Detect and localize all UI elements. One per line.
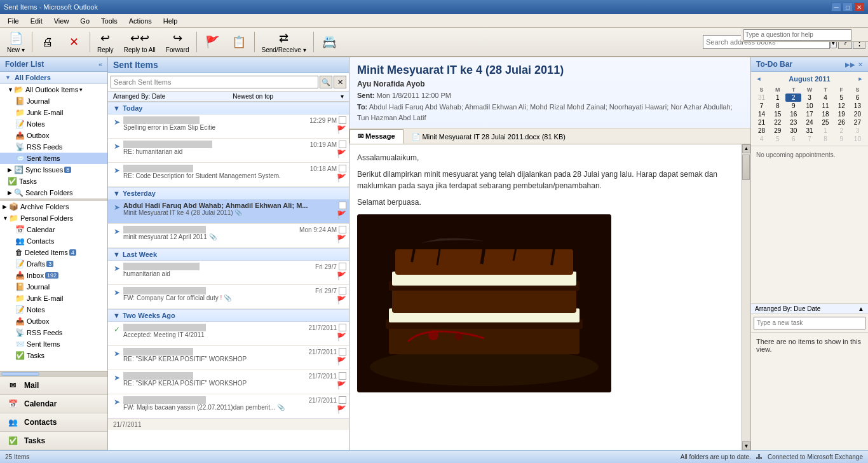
- hscroll-thumb[interactable]: [1, 372, 39, 376]
- folder-sent-2[interactable]: 📨 Sent Items: [0, 338, 107, 350]
- reading-scrollbar[interactable]: ▲ ▼: [742, 144, 750, 450]
- group-today-expand[interactable]: ▼: [113, 104, 120, 112]
- cal-date[interactable]: 28: [754, 127, 770, 135]
- help-input[interactable]: [743, 29, 851, 41]
- cal-date[interactable]: 9: [834, 135, 850, 143]
- msg-flag-6[interactable]: 🚩: [337, 296, 346, 305]
- todo-expand-button[interactable]: ▶▶: [845, 61, 855, 68]
- folder-search-folders[interactable]: ▶ 🔍 Search Folders: [0, 187, 107, 198]
- cal-date[interactable]: 5: [834, 93, 850, 102]
- search-input[interactable]: [111, 76, 318, 88]
- nav-mail-button[interactable]: ✉ Mail: [0, 377, 107, 395]
- msg-flag-4[interactable]: 🚩: [337, 235, 346, 244]
- calendar-next-button[interactable]: ►: [855, 74, 865, 83]
- cal-date[interactable]: 15: [770, 110, 785, 118]
- tasks-arrange-sort[interactable]: ▲: [858, 305, 864, 312]
- cal-date[interactable]: 27: [850, 118, 865, 127]
- folder-outbox-2[interactable]: 📤 Outbox: [0, 315, 107, 327]
- cal-date[interactable]: 20: [850, 110, 865, 118]
- cal-date[interactable]: 17: [801, 110, 817, 118]
- cal-date[interactable]: 31: [754, 93, 770, 102]
- msg-checkbox-4[interactable]: [339, 226, 346, 233]
- cal-date[interactable]: 10: [850, 135, 865, 143]
- cal-date[interactable]: 30: [785, 127, 801, 135]
- cal-date[interactable]: 26: [834, 118, 850, 127]
- cal-date[interactable]: 9: [785, 102, 801, 110]
- msg-checkbox-5[interactable]: [339, 263, 346, 270]
- msg-flag-1[interactable]: 🚩: [337, 149, 346, 158]
- cal-date[interactable]: 12: [834, 102, 850, 110]
- cal-date[interactable]: 24: [801, 118, 817, 127]
- search-go-button[interactable]: 🔍: [320, 76, 332, 88]
- send-receive-button[interactable]: ⇄ Send/Receive ▾: [257, 29, 311, 55]
- all-folders-header[interactable]: ▼ All Folders: [0, 72, 107, 84]
- folder-hscroll[interactable]: [0, 371, 107, 376]
- cal-date[interactable]: 14: [754, 110, 770, 118]
- msg-checkbox-9[interactable]: [339, 372, 346, 380]
- msg-item-1[interactable]: ➤ ████████████████ 10:19 AM RE: humanita…: [108, 139, 349, 163]
- close-button[interactable]: ✕: [854, 3, 864, 11]
- cal-date[interactable]: 4: [818, 93, 834, 102]
- folder-archive[interactable]: ▶ 📦 Archive Folders: [0, 201, 107, 212]
- task-input[interactable]: [754, 317, 865, 329]
- cal-date[interactable]: 31: [801, 127, 817, 135]
- cal-date[interactable]: 6: [785, 135, 801, 143]
- cal-date[interactable]: 8: [818, 135, 834, 143]
- cal-date[interactable]: 6: [850, 93, 865, 102]
- folder-inbox-2[interactable]: 📥 Inbox 192: [0, 270, 107, 281]
- cal-date[interactable]: 16: [785, 110, 801, 118]
- flag2-button[interactable]: 📋: [226, 29, 252, 55]
- msg-checkbox-0[interactable]: [339, 116, 346, 124]
- cal-date[interactable]: 3: [850, 127, 865, 135]
- folder-junk-1[interactable]: 📁 Junk E-mail: [0, 107, 107, 118]
- maximize-button[interactable]: □: [843, 3, 853, 11]
- cal-date[interactable]: 13: [850, 102, 865, 110]
- nav-calendar-button[interactable]: 📅 Calendar: [0, 395, 107, 413]
- cal-date[interactable]: 10: [801, 102, 817, 110]
- contacts-button[interactable]: 📇: [316, 29, 342, 55]
- msg-item-3[interactable]: ➤ Abdul Hadi Faruq Abd Wahab; Ahmadil Ek…: [108, 200, 349, 224]
- calendar-prev-button[interactable]: ◄: [754, 74, 764, 83]
- msg-checkbox-8[interactable]: [339, 348, 346, 356]
- msg-item-4[interactable]: ➤ █████████████ Mon 9:24 AM minit mesyua…: [108, 224, 349, 248]
- msg-checkbox-7[interactable]: [339, 324, 346, 331]
- reply-all-button[interactable]: ↩↩ Reply to All: [119, 29, 160, 55]
- cal-date[interactable]: 5: [770, 135, 785, 143]
- cal-date[interactable]: 11: [818, 102, 834, 110]
- menu-tools[interactable]: Tools: [96, 15, 123, 27]
- menu-edit[interactable]: Edit: [25, 15, 48, 27]
- folder-outbox-1[interactable]: 📤 Outbox: [0, 130, 107, 141]
- new-button[interactable]: 📄 New ▾: [3, 29, 29, 55]
- scrollbar-thumb[interactable]: [742, 155, 750, 180]
- nav-tasks-button[interactable]: ✅ Tasks: [0, 432, 107, 450]
- tab-attachment[interactable]: 📄 Minit Mesyuarat IT 28 Julai 2011.docx …: [403, 130, 574, 144]
- msg-checkbox-3[interactable]: [339, 202, 346, 209]
- folder-deleted-2[interactable]: 🗑 Deleted Items 4: [0, 247, 107, 258]
- menu-file[interactable]: File: [3, 15, 24, 27]
- flag-button[interactable]: 🚩: [200, 29, 225, 55]
- msg-flag-10[interactable]: 🚩: [337, 405, 346, 414]
- menu-go[interactable]: Go: [75, 15, 95, 27]
- cal-date[interactable]: 19: [834, 110, 850, 118]
- cal-date[interactable]: 21: [754, 118, 770, 127]
- scrollbar-track[interactable]: [742, 153, 750, 441]
- msg-checkbox-1[interactable]: [339, 141, 346, 148]
- msg-flag-0[interactable]: 🚩: [337, 125, 346, 134]
- folder-calendar-2[interactable]: 📅 Calendar: [0, 224, 107, 235]
- reply-button[interactable]: ↩ Reply: [93, 29, 118, 55]
- arrange-options-button[interactable]: ▾: [341, 93, 344, 100]
- folder-notes-1[interactable]: 📝 Notes: [0, 118, 107, 130]
- folder-sync-issues[interactable]: ▶ 🔄 Sync Issues 8: [0, 164, 107, 176]
- cal-date[interactable]: 7: [754, 102, 770, 110]
- cal-date[interactable]: 2: [834, 127, 850, 135]
- msg-item-5[interactable]: ➤ ████████████ Fri 29/7 humanitarian aid…: [108, 261, 349, 285]
- forward-button[interactable]: ↪ Forward: [161, 29, 194, 55]
- cal-date[interactable]: 23: [785, 118, 801, 127]
- msg-flag-9[interactable]: 🚩: [337, 381, 346, 390]
- tab-message[interactable]: ✉ Message: [349, 129, 403, 144]
- cal-date[interactable]: 1: [818, 127, 834, 135]
- folder-sent-items-1[interactable]: 📨 Sent Items: [0, 153, 107, 164]
- delete-button[interactable]: ✕: [62, 29, 87, 55]
- group-last-week-expand[interactable]: ▼: [113, 251, 120, 258]
- todo-close-button[interactable]: ✕: [858, 61, 863, 68]
